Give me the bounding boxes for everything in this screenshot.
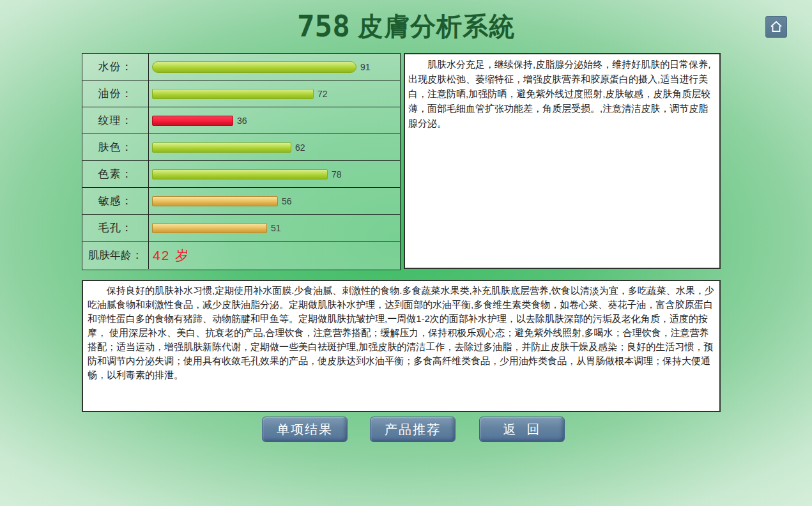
- metric-bar: [152, 142, 291, 153]
- home-button[interactable]: [765, 16, 787, 38]
- metric-bar-cell: 51: [149, 215, 400, 241]
- metric-bar: [152, 223, 267, 233]
- table-row-sensitivity: 敏感： 56: [82, 188, 400, 215]
- title-text: 皮膚分析系統: [350, 12, 515, 40]
- table-row-moisture: 水份： 91: [82, 54, 400, 80]
- page-title: 758 皮膚分析系統: [0, 9, 812, 44]
- metric-label: 水份：: [82, 54, 149, 80]
- metric-bar: [152, 89, 314, 99]
- metric-label: 敏感：: [82, 188, 149, 214]
- metric-label: 毛孔：: [82, 215, 149, 241]
- advice-text: 保持良好的肌肤补水习惯,定期使用补水面膜.少食油腻、刺激性的食物.多食蔬菜水果类…: [88, 284, 715, 382]
- analysis-text-panel: 肌肤水分充足，继续保持,皮脂腺分泌始终，维持好肌肤的日常保养,出现皮肤松弛、萎缩…: [404, 53, 721, 269]
- table-row-pigment: 色素： 78: [82, 161, 400, 188]
- metric-label: 油份：: [82, 80, 149, 107]
- metric-bar: [152, 196, 278, 206]
- table-row-skincolor: 肤色： 62: [82, 134, 400, 161]
- return-button[interactable]: 返 回: [479, 417, 565, 442]
- metric-label: 纹理：: [82, 107, 149, 134]
- metric-bar: [152, 116, 233, 126]
- product-recommend-button[interactable]: 产品推荐: [370, 417, 456, 442]
- metric-bar-cell: 62: [149, 134, 400, 160]
- metric-bar-cell: 78: [149, 161, 400, 187]
- skin-age-label: 肌肤年龄：: [82, 241, 149, 269]
- metric-value: 72: [318, 89, 328, 99]
- table-row-texture: 纹理： 36: [82, 107, 400, 134]
- title-number: 758: [297, 9, 350, 43]
- metric-value: 62: [295, 142, 305, 153]
- single-result-button[interactable]: 单项结果: [262, 417, 348, 442]
- metric-bar: [152, 169, 328, 180]
- metric-label: 肤色：: [82, 134, 149, 160]
- advice-text-panel: 保持良好的肌肤补水习惯,定期使用补水面膜.少食油腻、刺激性的食物.多食蔬菜水果类…: [82, 280, 721, 412]
- metric-value: 91: [360, 62, 371, 72]
- metric-label: 色素：: [82, 161, 149, 187]
- analysis-text: 肌肤水分充足，继续保持,皮脂腺分泌始终，维持好肌肤的日常保养,出现皮肤松弛、萎缩…: [408, 57, 716, 130]
- metric-value: 56: [282, 196, 292, 206]
- metric-bar-cell: 56: [149, 188, 400, 214]
- metric-value: 36: [237, 116, 247, 126]
- metrics-table: 水份： 91 油份： 72 纹理： 36 肤色： 62 色素： 78: [82, 53, 401, 270]
- table-row-oil: 油份： 72: [82, 80, 400, 107]
- home-icon: [769, 19, 784, 34]
- metric-value: 78: [332, 169, 342, 180]
- metric-bar: [152, 61, 356, 73]
- metric-bar-cell: 91: [149, 54, 400, 80]
- table-row-pores: 毛孔： 51: [82, 215, 400, 241]
- table-row-skin-age: 肌肤年龄： 42 岁: [82, 241, 400, 269]
- metric-bar-cell: 72: [149, 80, 400, 107]
- metric-bar-cell: 36: [149, 107, 400, 134]
- metric-value: 51: [271, 223, 281, 233]
- skin-age-value: 42 岁: [149, 241, 190, 269]
